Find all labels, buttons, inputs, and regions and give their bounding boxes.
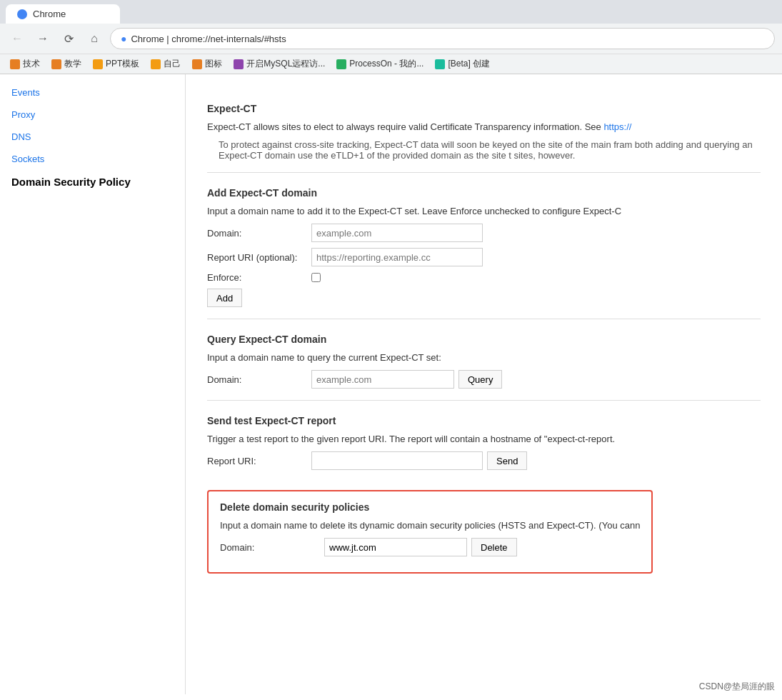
bookmark-icon [192,59,202,69]
tab-favicon [17,9,27,19]
send-button[interactable]: Send [487,451,527,470]
send-report-uri-row: Report URI: Send [207,451,761,470]
bookmark-beta[interactable]: [Beta] 创建 [431,56,494,71]
query-domain-row: Domain: Query [207,370,761,389]
sidebar-item-dns[interactable]: DNS [0,126,185,148]
report-uri-row: Report URI (optional): [207,248,761,266]
sidebar-item-label: Sockets [11,154,44,164]
back-button[interactable]: ← [7,29,27,49]
sidebar-item-sockets[interactable]: Sockets [0,148,185,170]
delete-section: Delete domain security policies Input a … [207,490,653,574]
forward-button[interactable]: → [33,29,53,49]
send-test-desc: Trigger a test report to the given repor… [207,434,761,444]
home-button[interactable]: ⌂ [84,29,104,49]
delete-domain-label: Domain: [220,542,320,553]
add-domain-label: Domain: [207,228,307,239]
content-area: Expect-CT Expect-CT allows sites to elec… [186,74,782,694]
address-text: Chrome | chrome://net-internals/#hsts [131,34,286,44]
sidebar-item-label: Domain Security Policy [11,176,131,188]
add-expect-ct-title: Add Expect-CT domain [207,187,761,199]
bookmark-icon-bm[interactable]: 图标 [188,56,226,71]
add-domain-input[interactable] [311,224,483,242]
bookmark-ziji[interactable]: 自己 [146,56,185,71]
add-domain-row: Domain: [207,224,761,242]
delete-section-title: Delete domain security policies [220,501,640,513]
divider-3 [207,400,761,401]
divider-1 [207,172,761,173]
sidebar-item-label: Events [11,87,40,98]
delete-button[interactable]: Delete [471,538,517,556]
sidebar-item-label: Proxy [11,109,35,120]
security-icon: ● [121,33,126,44]
expect-ct-title: Expect-CT [207,103,761,114]
send-test-title: Send test Expect-CT report [207,415,761,426]
delete-domain-row: Domain: Delete [220,538,640,556]
bookmark-jishu[interactable]: 技术 [6,56,44,71]
divider-2 [207,319,761,319]
sidebar-item-domain-security[interactable]: Domain Security Policy [0,170,185,194]
bookmark-icon [336,59,346,69]
sidebar-item-label: DNS [11,131,31,142]
query-expect-ct-title: Query Expect-CT domain [207,334,761,345]
expect-ct-link[interactable]: https:// [603,121,631,132]
query-domain-label: Domain: [207,374,307,385]
report-uri-label: Report URI (optional): [207,252,307,263]
bookmark-label: PPT模板 [106,58,139,70]
add-expect-ct-desc: Input a domain name to add it to the Exp… [207,206,761,216]
browser-tab[interactable]: Chrome [6,4,120,24]
bookmark-icon [435,59,445,69]
reload-button[interactable]: ⟳ [59,29,79,49]
bookmark-label: 技术 [23,58,40,70]
sidebar-item-events[interactable]: Events [0,81,185,104]
bookmark-icon [93,59,103,69]
add-button-row: Add [207,289,761,307]
watermark: CSDN@垫局涯的眼 [699,681,775,693]
enforce-label: Enforce: [207,272,307,283]
nav-bar: ← → ⟳ ⌂ ● Chrome | chrome://net-internal… [0,24,782,54]
expect-ct-note: To protect against cross-site tracking, … [219,139,761,161]
expect-ct-description: Expect-CT allows sites to elect to alway… [207,121,761,132]
sidebar: Events Proxy DNS Sockets Domain Security… [0,74,186,694]
bookmark-label: ProcessOn - 我的... [349,58,423,70]
bookmark-label: 图标 [205,58,222,70]
bookmark-processon[interactable]: ProcessOn - 我的... [332,56,428,71]
send-report-uri-input[interactable] [311,451,483,470]
sidebar-item-proxy[interactable]: Proxy [0,104,185,126]
bookmark-icon [10,59,20,69]
delete-section-desc: Input a domain name to delete its dynami… [220,520,640,531]
bookmark-icon [51,59,61,69]
query-domain-input[interactable] [311,370,454,389]
bookmark-mysql[interactable]: 开启MySQL远程访... [229,56,329,71]
enforce-checkbox[interactable] [311,273,321,282]
bookmark-jiaoxue[interactable]: 教学 [47,56,86,71]
tab-bar: Chrome [0,0,782,24]
enforce-row: Enforce: [207,272,761,283]
send-report-uri-label: Report URI: [207,456,307,466]
main-layout: Events Proxy DNS Sockets Domain Security… [0,74,782,694]
tab-label: Chrome [33,9,66,19]
bookmark-icon [234,59,244,69]
bookmark-label: [Beta] 创建 [448,58,490,70]
delete-domain-input[interactable] [324,538,467,556]
bookmarks-bar: 技术 教学 PPT模板 自己 图标 开启MySQL远程访... ProcessO… [0,54,782,74]
query-expect-ct-desc: Input a domain name to query the current… [207,352,761,363]
browser-chrome: Chrome ← → ⟳ ⌂ ● Chrome | chrome://net-i… [0,0,782,74]
bookmark-icon [151,59,161,69]
bookmark-label: 自己 [164,58,181,70]
report-uri-input[interactable] [311,248,483,266]
add-button[interactable]: Add [207,289,242,307]
bookmark-label: 教学 [64,58,81,70]
address-bar[interactable]: ● Chrome | chrome://net-internals/#hsts [110,28,775,49]
bookmark-label: 开启MySQL远程访... [246,58,325,70]
bookmark-ppt[interactable]: PPT模板 [89,56,144,71]
query-button[interactable]: Query [458,370,502,389]
